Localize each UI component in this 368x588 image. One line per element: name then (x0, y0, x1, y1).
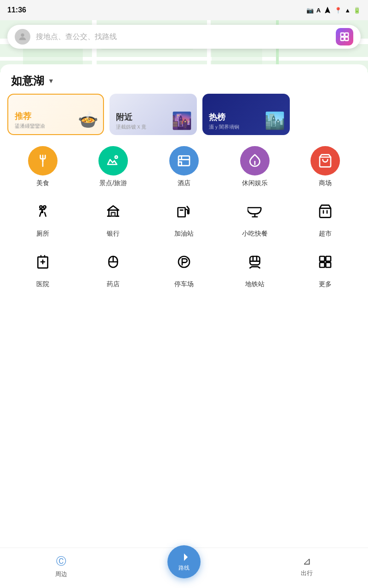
poi-jiudian-label: 酒店 (178, 179, 190, 187)
dropdown-icon[interactable]: ▼ (48, 77, 54, 85)
poi-row-2: 厕所 银行 加油站 (7, 197, 361, 238)
route-icon (178, 551, 190, 564)
svg-rect-2 (345, 33, 348, 36)
battery-icon: 🔋 (353, 7, 361, 14)
svg-point-9 (43, 206, 46, 208)
nav-luxian[interactable]: 路线 (123, 554, 246, 578)
nav-zhoubian[interactable]: Ⓒ 周边 (0, 554, 123, 578)
location-name: 如意湖 (11, 74, 44, 88)
svg-rect-10 (111, 213, 115, 216)
hotel-icon-circle (169, 146, 199, 175)
mall-icon-circle (310, 146, 340, 175)
search-bar[interactable]: 搜地点、查公交、找路线 (0, 20, 368, 53)
location-icon: 📍 (334, 7, 342, 14)
poi-shangchang-label: 商场 (319, 179, 332, 187)
svg-rect-3 (341, 37, 344, 40)
supermarket-icon (310, 197, 340, 226)
svg-point-8 (40, 206, 42, 208)
poi-xiaochi-label: 小吃快餐 (242, 230, 268, 238)
gas-icon (169, 197, 199, 226)
svg-rect-4 (345, 37, 348, 40)
poi-gengduo-label: 更多 (319, 280, 332, 288)
svg-rect-17 (326, 256, 331, 261)
poi-yinhang-label: 银行 (107, 230, 120, 238)
poi-yiyuan[interactable]: 医院 (24, 247, 61, 288)
poi-yaodian[interactable]: 药店 (95, 247, 132, 288)
poi-yiyuan-label: 医院 (36, 280, 49, 288)
poi-cesuo-label: 厕所 (36, 230, 49, 238)
poi-chaoshi-label: 超市 (319, 230, 332, 238)
svg-rect-7 (178, 156, 190, 165)
card-tuijian[interactable]: 推荐 鋈潘緟鑾鑾渝 🍲 (7, 94, 104, 135)
parking-icon (169, 247, 199, 277)
hospital-icon (28, 247, 58, 277)
more-icon (310, 247, 340, 277)
nav-chuxing[interactable]: ⊿ 出行 (245, 555, 368, 577)
poi-xiuxian-label: 休闲娱乐 (242, 179, 268, 187)
poi-yinhang[interactable]: 银行 (95, 197, 132, 238)
nav-chuxing-label: 出行 (301, 569, 313, 577)
pharmacy-icon (98, 247, 128, 277)
poi-tingchechang-label: 停车场 (174, 280, 194, 288)
card-tuijian-deco: 🍲 (78, 110, 98, 130)
poi-meishi[interactable]: 美食 (24, 146, 61, 187)
search-right-icon[interactable] (336, 28, 353, 45)
poi-jiayouzhan-label: 加油站 (174, 230, 194, 238)
poi-row-3: 医院 药店 停车场 (7, 247, 361, 288)
poi-gengduo[interactable]: 更多 (307, 247, 344, 288)
poi-cesuo[interactable]: 厕所 (24, 197, 61, 238)
nav-luxian-label: 路线 (178, 564, 190, 572)
wifi-icon: ▲ (345, 7, 351, 14)
svg-point-0 (21, 34, 24, 37)
zhoubian-icon: Ⓒ (56, 554, 66, 568)
bank-icon (98, 197, 128, 226)
card-fujin[interactable]: 附近 塣截釼镀Ｘ竟 🌆 (109, 94, 197, 135)
poi-ditiezhan-label: 地铁站 (245, 280, 264, 288)
status-icons: 📷 A 📍 ▲ 🔋 (306, 6, 361, 14)
photo-icon: 📷 (306, 7, 314, 14)
poi-tingchechang[interactable]: 停车场 (166, 247, 202, 288)
card-rebang-deco: 🏙️ (264, 111, 285, 130)
snack-icon (240, 197, 270, 226)
poi-jiudian[interactable]: 酒店 (166, 146, 202, 187)
nav-center-circle[interactable]: 路线 (167, 545, 201, 578)
poi-row-1: 美食 景点/旅游 酒店 (7, 146, 361, 187)
leisure-icon-circle (240, 146, 270, 175)
svg-rect-18 (320, 262, 325, 267)
card-rebang[interactable]: 热榜 湎ｙ闇界堝锏 🏙️ (202, 94, 290, 135)
poi-jingdian-label: 景点/旅游 (99, 179, 127, 187)
scenic-icon-circle (98, 146, 128, 175)
svg-rect-19 (326, 262, 331, 267)
subway-icon (240, 247, 270, 277)
status-bar: 11:36 📷 A 📍 ▲ 🔋 (0, 0, 368, 20)
svg-rect-11 (178, 208, 185, 217)
navigation-icon (323, 6, 332, 14)
poi-ditiezhan[interactable]: 地铁站 (236, 247, 273, 288)
poi-jingdian[interactable]: 景点/旅游 (95, 146, 132, 187)
poi-shangchang[interactable]: 商场 (307, 146, 344, 187)
status-time: 11:36 (7, 6, 26, 14)
bottom-nav: Ⓒ 周边 路线 ⊿ 出行 (0, 548, 368, 588)
poi-xiaochiKuaican[interactable]: 小吃快餐 (236, 197, 273, 238)
svg-rect-1 (341, 33, 344, 36)
svg-rect-16 (320, 256, 325, 261)
poi-meishi-label: 美食 (36, 179, 49, 187)
category-cards: 推荐 鋈潘緟鑾鑾渝 🍲 附近 塣截釼镀Ｘ竟 🌆 热榜 湎ｙ闇界堝锏 🏙️ (0, 94, 368, 142)
sheet-panel: 如意湖 ▼ 推荐 鋈潘緟鑾鑾渝 🍲 附近 塣截釼镀Ｘ竟 🌆 热榜 湎ｙ闇界堝锏 … (0, 64, 368, 588)
toilet-icon (28, 197, 58, 226)
avatar[interactable] (15, 29, 30, 45)
poi-grid: 美食 景点/旅游 酒店 (0, 142, 368, 301)
poi-chaoshi[interactable]: 超市 (307, 197, 344, 238)
search-placeholder: 搜地点、查公交、找路线 (36, 32, 330, 42)
nav-zhoubian-label: 周边 (55, 570, 67, 578)
food-icon-circle (28, 146, 58, 175)
poi-jiayouzhan[interactable]: 加油站 (166, 197, 202, 238)
svg-point-6 (115, 156, 117, 158)
a-icon: A (316, 7, 321, 14)
location-header[interactable]: 如意湖 ▼ (0, 64, 368, 94)
chuxing-icon: ⊿ (303, 555, 311, 567)
poi-yaodian-label: 药店 (107, 280, 120, 288)
poi-xiuxian[interactable]: 休闲娱乐 (236, 146, 273, 187)
card-fujin-deco: 🌆 (172, 111, 192, 130)
